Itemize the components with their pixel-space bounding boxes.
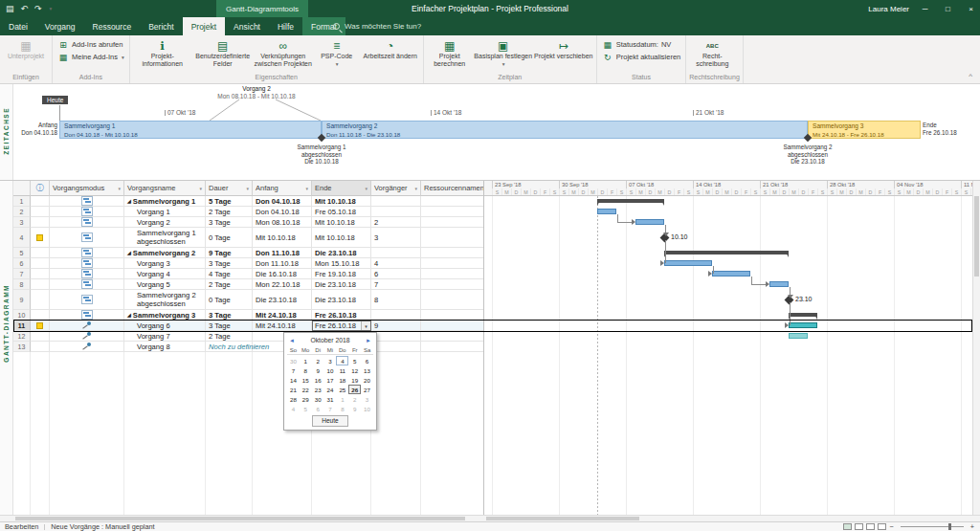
predecessor-cell[interactable]: [371, 248, 421, 258]
day-cell[interactable]: 9: [348, 404, 361, 413]
task-name-cell[interactable]: Vorgang 5: [124, 279, 206, 290]
resource-cell[interactable]: [421, 342, 484, 352]
column-header-ressourcennamen[interactable]: Ressourcennamen▾: [421, 181, 484, 196]
day-cell[interactable]: 9: [312, 365, 324, 375]
resource-cell[interactable]: [421, 290, 484, 310]
resource-cell[interactable]: [421, 279, 484, 290]
duration-cell[interactable]: 0 Tage: [206, 290, 253, 310]
resource-cell[interactable]: [421, 269, 484, 279]
gantt-task-bar[interactable]: [789, 322, 817, 328]
duration-cell[interactable]: Noch zu definieren: [206, 342, 253, 352]
basisplan-festlegen-button[interactable]: ▣Basisplan festlegen▾: [474, 36, 533, 73]
day-cell[interactable]: 27: [361, 385, 373, 394]
resource-cell[interactable]: [421, 217, 484, 228]
resource-cell[interactable]: [421, 228, 484, 248]
task-name-cell[interactable]: Sammelvorgang 1 abgeschlossen: [124, 228, 206, 248]
day-cell[interactable]: 7: [324, 404, 337, 413]
task-mode-cell[interactable]: [50, 217, 124, 228]
tab-vorgang[interactable]: Vorgang: [36, 17, 84, 35]
duration-cell[interactable]: 3 Tage: [206, 217, 253, 228]
day-cell[interactable]: 1: [300, 356, 312, 365]
indicator-cell[interactable]: [31, 228, 50, 248]
filter-icon[interactable]: ▾: [246, 186, 249, 191]
row-number[interactable]: 4: [13, 228, 31, 248]
add-ins-abrufen-button[interactable]: ⊞Add-Ins abrufen: [56, 39, 124, 50]
timeline-bar-sammelvorgang-3[interactable]: Sammelvorgang 3Mit 24.10.18 - Fre 26.10.…: [808, 121, 921, 139]
predecessor-cell[interactable]: [371, 331, 421, 342]
day-cell[interactable]: 11: [336, 365, 348, 375]
gantt-timescale-header[interactable]: 23 Sep '18SMDMDFS30 Sep '18SMDMDFS07 Okt…: [484, 181, 972, 196]
gantt-chart-area[interactable]: 10.1023.10: [484, 196, 972, 515]
duration-cell[interactable]: 2 Tage: [206, 279, 253, 290]
start-cell[interactable]: Don 11.10.18: [253, 248, 312, 258]
row-number[interactable]: 2: [13, 207, 31, 217]
day-cell[interactable]: 4: [287, 404, 300, 413]
start-cell[interactable]: Don 11.10.18: [253, 258, 312, 269]
projektinformationen-button[interactable]: ℹProjekt­informationen: [133, 36, 192, 73]
today-button[interactable]: Heute: [312, 415, 347, 427]
finish-cell-editing[interactable]: Fre 26.10.18▾: [312, 321, 371, 331]
finish-cell[interactable]: Fre 05.10.18: [312, 207, 371, 217]
task-name-cell[interactable]: ◢Sammelvorgang 2: [124, 248, 206, 258]
predecessor-cell[interactable]: 6: [371, 269, 421, 279]
filter-icon[interactable]: ▾: [365, 186, 368, 191]
filter-icon[interactable]: ▾: [305, 186, 308, 191]
day-cell[interactable]: 2: [312, 356, 324, 365]
zoom-slider[interactable]: [901, 526, 964, 527]
start-cell[interactable]: Don 04.10.18: [253, 207, 312, 217]
finish-cell[interactable]: Mit 10.10.18: [312, 196, 371, 207]
task-mode-cell[interactable]: [50, 290, 124, 310]
task-mode-cell[interactable]: [50, 258, 124, 269]
dropdown-icon[interactable]: ▾: [361, 321, 370, 330]
duration-cell[interactable]: 0 Tage: [206, 228, 253, 248]
indicator-cell[interactable]: [31, 269, 50, 279]
day-cell[interactable]: 17: [324, 375, 337, 385]
day-cell[interactable]: 10: [324, 365, 337, 375]
predecessor-cell[interactable]: [371, 310, 421, 321]
start-cell[interactable]: Mon 22.10.18: [253, 279, 312, 290]
timeline-callout[interactable]: Vorgang 2 Mon 08.10.18 - Mit 10.10.18: [189, 85, 323, 100]
verknüpfungen-zwischen-projekten-button[interactable]: ∞Verknüpfungen zwischen Projekten: [254, 36, 313, 73]
finish-cell[interactable]: Die 23.10.18: [312, 248, 371, 258]
finish-cell[interactable]: Fre 26.10.18: [312, 310, 371, 321]
next-month-icon[interactable]: ►: [364, 338, 373, 343]
task-name-cell[interactable]: Vorgang 6: [124, 321, 206, 331]
tell-me-search[interactable]: Was möchten Sie tun?: [333, 17, 421, 35]
resource-cell[interactable]: [421, 310, 484, 321]
duration-cell[interactable]: 3 Tage: [206, 310, 253, 321]
gantt-summary-bar[interactable]: [664, 251, 789, 254]
resource-sheet-view-icon[interactable]: [878, 523, 886, 530]
row-number[interactable]: 9: [13, 290, 31, 310]
tab-ansicht[interactable]: Ansicht: [225, 17, 269, 35]
task-name-cell[interactable]: ◢Sammelvorgang 3: [124, 310, 206, 321]
benutzerdefinierte-felder-button[interactable]: ▤Benutzerdefinierte Felder: [193, 36, 253, 73]
predecessor-cell[interactable]: [371, 207, 421, 217]
day-cell[interactable]: 2: [348, 394, 361, 404]
task-mode-cell[interactable]: [50, 279, 124, 290]
gantt-task-bar[interactable]: [664, 260, 712, 266]
team-planner-view-icon[interactable]: [866, 523, 875, 530]
gantt-task-bar[interactable]: [635, 219, 664, 225]
statusdatum-button[interactable]: ▦Statusdatum:NV: [600, 39, 674, 50]
task-mode-cell[interactable]: [50, 207, 124, 217]
tab-ressource[interactable]: Ressource: [84, 17, 141, 35]
day-cell[interactable]: 6: [361, 356, 373, 365]
finish-cell[interactable]: Mit 10.10.18: [312, 217, 371, 228]
day-cell[interactable]: 24: [324, 385, 337, 394]
row-number[interactable]: 11: [13, 321, 31, 331]
duration-cell[interactable]: 9 Tage: [206, 248, 253, 258]
save-icon[interactable]: ▤: [6, 4, 14, 13]
column-header-dauer[interactable]: Dauer▾: [206, 181, 253, 196]
filter-icon[interactable]: ▾: [118, 186, 121, 191]
column-header-anfang[interactable]: Anfang▾: [253, 181, 312, 196]
day-cell[interactable]: 10: [361, 404, 373, 413]
indicator-cell[interactable]: [31, 258, 50, 269]
close-button[interactable]: ×: [964, 5, 978, 13]
rechtschreibung-button[interactable]: ABCRecht­schreibung: [689, 36, 735, 73]
day-cell[interactable]: 22: [300, 385, 312, 394]
column-header-vorgangsmodus[interactable]: Vorgangsmodus▾: [50, 181, 124, 196]
row-number[interactable]: 7: [13, 269, 31, 279]
finish-cell[interactable]: Mon 15.10.18: [312, 258, 371, 269]
predecessor-cell[interactable]: [371, 342, 421, 352]
resource-cell[interactable]: [421, 248, 484, 258]
